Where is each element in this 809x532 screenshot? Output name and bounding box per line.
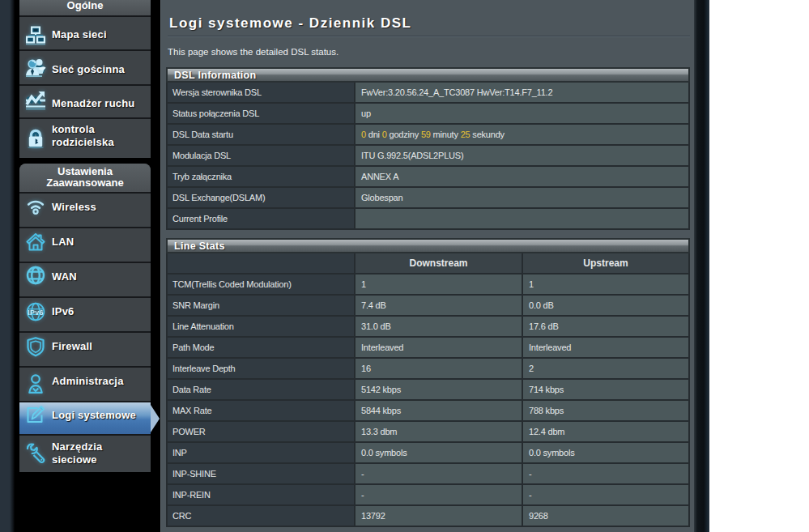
svg-text:IPv6: IPv6	[28, 308, 43, 316]
